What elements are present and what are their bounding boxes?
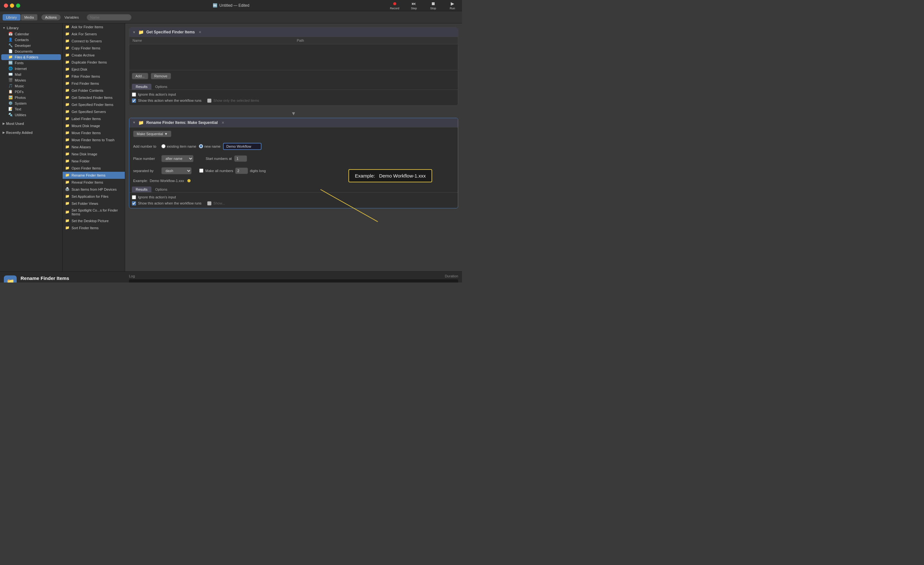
record-button[interactable]: ⏺ Record [385, 0, 404, 11]
sidebar-item-fonts[interactable]: 🔤 Fonts [1, 60, 61, 66]
sidebar-item-music[interactable]: 🎵 Music [1, 83, 61, 89]
mode-selector[interactable]: Make Sequential ▼ [133, 131, 171, 137]
action-item-ask-servers[interactable]: 📁 Ask For Servers [63, 30, 125, 38]
action-item-ask-finder[interactable]: 📁 Ask for Finder Items [63, 23, 125, 30]
sidebar-item-internet[interactable]: 🌐 Internet [1, 66, 61, 72]
sidebar-item-developer[interactable]: 🔧 Developer [1, 43, 61, 48]
show-only-checkbox-2[interactable] [207, 201, 212, 206]
sidebar-item-calendar[interactable]: 📅 Calendar [1, 31, 61, 37]
maximize-button[interactable] [16, 3, 20, 8]
system-icon: ⚙️ [8, 101, 13, 106]
sidebar-item-documents[interactable]: 📄 Documents [1, 48, 61, 54]
action-item-find-finder[interactable]: 📁 Find Finder Items [63, 80, 125, 87]
action-icon: 📁 [65, 60, 70, 65]
action-item-sort-finder[interactable]: 📁 Sort Finder Items [63, 224, 125, 231]
action-item-scan-items[interactable]: 🖨️ Scan Items from HP Devices [63, 186, 125, 193]
sidebar-header-recently-added[interactable]: ▶ Recently Added [0, 129, 62, 136]
action-item-eject-disk[interactable]: 📁 Eject Disk [63, 66, 125, 73]
new-name-radio-option[interactable]: new name [199, 144, 221, 148]
developer-icon: 🔧 [8, 44, 13, 48]
card-rename-finder-items: ▼ 📁 Rename Finder Items: Make Sequential… [129, 118, 458, 208]
sidebar-item-pdfs[interactable]: 📋 PDFs [1, 89, 61, 95]
action-item-label-finder[interactable]: 📁 Label Finder Items [63, 115, 125, 122]
action-item-set-folder-views[interactable]: 📁 Set Folder Views [63, 200, 125, 207]
ignore-checkbox[interactable] [132, 92, 136, 97]
action-item-move-finder[interactable]: 📁 Move Finder Items [63, 129, 125, 137]
card2-tab-options[interactable]: Options [152, 186, 171, 192]
card1-close-button[interactable]: × [199, 30, 201, 35]
sidebar-item-mail[interactable]: ✉️ Mail [1, 72, 61, 77]
action-item-connect-servers[interactable]: 📁 Connect to Servers [63, 38, 125, 45]
collapse-icon[interactable]: ▼ [132, 30, 136, 34]
action-item-filter-finder[interactable]: 📁 Filter Finder Items [63, 73, 125, 80]
action-icon: 📁 [65, 67, 70, 72]
action-item-get-specified-servers[interactable]: 📁 Get Specified Servers [63, 108, 125, 115]
show-checkbox[interactable] [132, 99, 136, 103]
card2-tab-results[interactable]: Results [132, 186, 152, 192]
new-name-input[interactable] [223, 143, 261, 150]
sidebar-item-system[interactable]: ⚙️ System [1, 101, 61, 106]
add-number-row: Add number to existing item name new nam… [129, 140, 458, 152]
action-icon: 📁 [65, 53, 70, 57]
sidebar-item-utilities[interactable]: 🔩 Utilities [1, 112, 61, 118]
start-number-input[interactable] [234, 155, 247, 162]
digits-input[interactable] [235, 168, 248, 174]
action-icon: 📁 [65, 180, 70, 185]
make-all-numbers-checkbox[interactable] [199, 168, 203, 173]
card1-tab-results[interactable]: Results [132, 84, 152, 90]
action-item-get-specified-finder[interactable]: 📁 Get Specified Finder Items [63, 101, 125, 108]
action-item-open-finder[interactable]: 📁 Open Finder Items [63, 165, 125, 172]
action-item-new-aliases[interactable]: 📁 New Aliases [63, 143, 125, 150]
show-only-checkbox[interactable] [207, 99, 212, 103]
new-name-radio[interactable] [199, 144, 203, 148]
action-item-get-selected[interactable]: 📁 Get Selected Finder Items [63, 94, 125, 101]
action-item-new-disk[interactable]: 📁 New Disk Image [63, 150, 125, 158]
sidebar-item-photos[interactable]: 🖼️ Photos [1, 95, 61, 101]
sidebar-item-text[interactable]: 📝 Text [1, 106, 61, 112]
card2-close-button[interactable]: × [222, 120, 224, 125]
action-item-create-archive[interactable]: 📁 Create Archive [63, 52, 125, 59]
sidebar-item-movies[interactable]: 🎬 Movies [1, 77, 61, 83]
action-item-new-folder[interactable]: 📁 New Folder [63, 158, 125, 165]
action-item-duplicate-finder[interactable]: 📁 Duplicate Finder Items [63, 59, 125, 66]
card1-tab-options[interactable]: Options [152, 84, 171, 90]
existing-name-radio-option[interactable]: existing item name [161, 144, 196, 148]
stop-button[interactable]: ⏹ Stop [423, 0, 443, 11]
action-icon: 📁 [65, 46, 70, 50]
sidebar-header-most-used[interactable]: ▶ Most Used [0, 120, 62, 127]
minimize-button[interactable] [10, 3, 14, 8]
library-button[interactable]: Library [3, 14, 21, 21]
action-item-set-spotlight[interactable]: 📁 Set Spotlight Co...s for Finder Items [63, 207, 125, 217]
sidebar-item-contacts[interactable]: 👤 Contacts [1, 37, 61, 43]
action-icon: 📁 [65, 138, 70, 142]
action-item-move-trash[interactable]: 📁 Move Finder Items to Trash [63, 137, 125, 143]
existing-name-radio[interactable] [161, 144, 165, 148]
sidebar-header-library[interactable]: ▼ Library [0, 25, 62, 31]
sidebar-section-library: ▼ Library 📅 Calendar 👤 Contacts 🔧 Develo… [0, 23, 62, 119]
add-button[interactable]: Add... [132, 73, 148, 79]
sidebar-item-files-folders[interactable]: 📁 Files & Folders [1, 54, 61, 60]
media-button[interactable]: Media [21, 14, 38, 21]
close-button[interactable] [4, 3, 8, 8]
tab-variables[interactable]: Variables [61, 15, 83, 20]
remove-button[interactable]: Remove [151, 73, 171, 79]
search-input[interactable] [87, 14, 132, 21]
tab-actions[interactable]: Actions [41, 15, 61, 20]
separator-select[interactable]: dash underscore space period none [161, 167, 192, 174]
bottom-action-icon: 📁 [4, 275, 16, 282]
action-item-mount-disk[interactable]: 📁 Mount Disk Image [63, 122, 125, 129]
action-item-set-desktop[interactable]: 📁 Set the Desktop Picture [63, 217, 125, 224]
card2-option-show: Show this action when the workflow runs … [132, 201, 455, 206]
show-checkbox-2[interactable] [132, 201, 136, 206]
run-button[interactable]: ▶ Run [443, 0, 462, 11]
action-item-get-folder[interactable]: 📁 Get Folder Contents [63, 87, 125, 94]
step-button[interactable]: ⏭ Step [404, 0, 423, 11]
action-item-reveal-finder[interactable]: 📁 Reveal Finder Items [63, 179, 125, 186]
ignore-checkbox-2[interactable] [132, 195, 136, 199]
action-item-copy-finder[interactable]: 📁 Copy Finder Items [63, 45, 125, 52]
action-item-rename-finder[interactable]: 📁 Rename Finder Items [63, 172, 125, 179]
collapse-icon-2[interactable]: ▼ [132, 121, 136, 124]
place-number-select[interactable]: after name before name [161, 155, 194, 162]
log-header: Log Duration [129, 274, 458, 278]
action-item-set-application[interactable]: 📁 Set Application for Files [63, 193, 125, 200]
